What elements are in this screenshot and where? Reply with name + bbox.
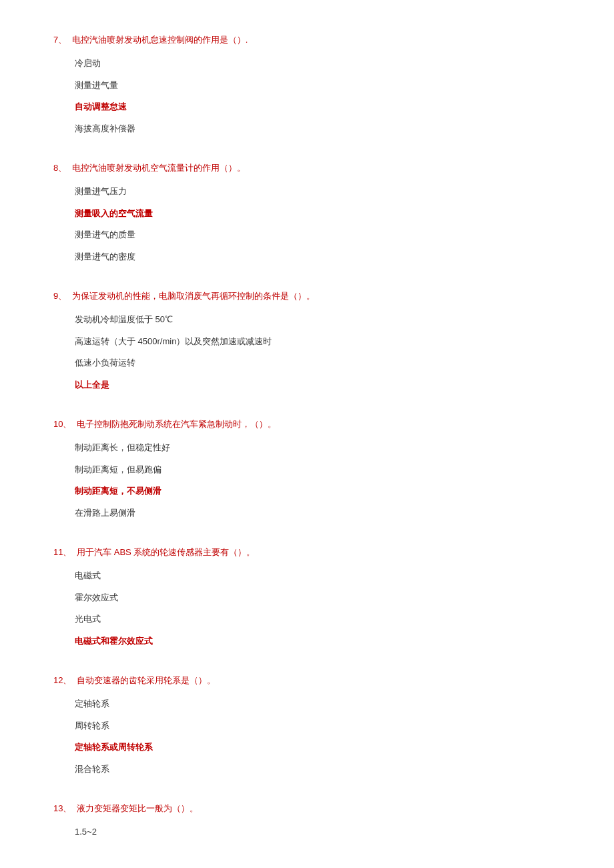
option: 1.5~2 [75, 825, 561, 839]
option: 海拔高度补偿器 [75, 122, 561, 136]
option: 霍尔效应式 [75, 591, 561, 605]
option: 测量进气的密度 [75, 250, 561, 264]
question-number: 13、 [53, 803, 71, 813]
option-correct: 制动距离短，不易侧滑 [75, 484, 561, 498]
option: 测量进气量 [75, 79, 561, 93]
question-block: 11、 用于汽车 ABS 系统的轮速传感器主要有（）。电磁式霍尔效应式光电式电磁… [53, 546, 561, 648]
option: 定轴轮系 [75, 697, 561, 711]
option: 电磁式 [75, 569, 561, 583]
question-block: 10、 电子控制防抱死制动系统在汽车紧急制动时，（）。制动距离长，但稳定性好制动… [53, 418, 561, 520]
question-block: 12、 自动变速器的齿轮采用轮系是（）。定轴轮系周转轮系定轴轮系或周转轮系混合轮… [53, 674, 561, 777]
question-text: 为保证发动机的性能，电脑取消废气再循环控制的条件是（）。 [72, 291, 315, 301]
question-block: 7、 电控汽油喷射发动机怠速控制阀的作用是（）.冷启动测量进气量自动调整怠速海拔… [53, 33, 561, 136]
question-block: 8、 电控汽油喷射发动机空气流量计的作用（）。测量进气压力测量吸入的空气流量测量… [53, 161, 561, 264]
option: 制动距离长，但稳定性好 [75, 441, 561, 455]
question-text: 电子控制防抱死制动系统在汽车紧急制动时，（）。 [77, 419, 276, 429]
question-text: 电控汽油喷射发动机怠速控制阀的作用是（）. [72, 35, 248, 45]
option: 高速运转（大于 4500r/min）以及突然加速或减速时 [75, 335, 561, 349]
question-header: 7、 电控汽油喷射发动机怠速控制阀的作用是（）. [53, 33, 561, 47]
option: 在滑路上易侧滑 [75, 506, 561, 520]
question-number: 11、 [53, 547, 71, 557]
option: 冷启动 [75, 57, 561, 71]
question-number: 8、 [53, 163, 67, 173]
option: 周转轮系 [75, 719, 561, 733]
option: 混合轮系 [75, 763, 561, 777]
option: 制动距离短，但易跑偏 [75, 463, 561, 477]
option: 发动机冷却温度低于 50℃ [75, 313, 561, 327]
option: 低速小负荷运转 [75, 356, 561, 370]
question-block: 13、 液力变矩器变矩比一般为（）。1.5~2 [53, 802, 561, 839]
option-correct: 自动调整怠速 [75, 100, 561, 114]
option-correct: 以上全是 [75, 378, 561, 392]
question-number: 7、 [53, 35, 67, 45]
question-header: 13、 液力变矩器变矩比一般为（）。 [53, 802, 561, 816]
question-text: 电控汽油喷射发动机空气流量计的作用（）。 [72, 163, 246, 173]
option: 测量进气压力 [75, 185, 561, 199]
question-number: 12、 [53, 675, 71, 685]
option-correct: 电磁式和霍尔效应式 [75, 634, 561, 648]
option-correct: 测量吸入的空气流量 [75, 207, 561, 221]
question-header: 9、 为保证发动机的性能，电脑取消废气再循环控制的条件是（）。 [53, 290, 561, 304]
question-header: 11、 用于汽车 ABS 系统的轮速传感器主要有（）。 [53, 546, 561, 560]
question-number: 10、 [53, 419, 71, 429]
question-text: 液力变矩器变矩比一般为（）。 [77, 803, 198, 813]
question-header: 8、 电控汽油喷射发动机空气流量计的作用（）。 [53, 161, 561, 175]
option-correct: 定轴轮系或周转轮系 [75, 741, 561, 755]
question-block: 9、 为保证发动机的性能，电脑取消废气再循环控制的条件是（）。发动机冷却温度低于… [53, 290, 561, 392]
option: 光电式 [75, 612, 561, 626]
question-text: 用于汽车 ABS 系统的轮速传感器主要有（）。 [77, 547, 255, 557]
question-number: 9、 [53, 291, 67, 301]
option: 测量进气的质量 [75, 228, 561, 242]
question-text: 自动变速器的齿轮采用轮系是（）。 [77, 675, 216, 685]
question-header: 10、 电子控制防抱死制动系统在汽车紧急制动时，（）。 [53, 418, 561, 432]
question-header: 12、 自动变速器的齿轮采用轮系是（）。 [53, 674, 561, 688]
question-list: 7、 电控汽油喷射发动机怠速控制阀的作用是（）.冷启动测量进气量自动调整怠速海拔… [53, 33, 561, 839]
